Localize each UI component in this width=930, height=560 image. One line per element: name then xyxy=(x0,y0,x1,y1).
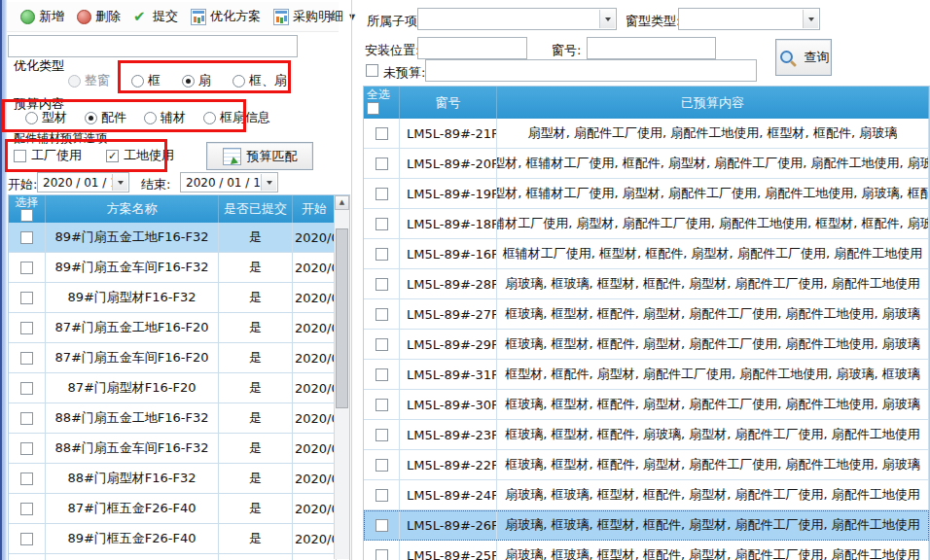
checkbox-factory-use[interactable] xyxy=(14,150,26,162)
radio-budget-profile[interactable]: 型材 xyxy=(25,109,67,126)
window-table-row[interactable]: LM5L-89#-31F29框型材, 框配件, 扇型材, 扇配件工厂使用, 扇配… xyxy=(364,360,929,390)
scrollbar-thumb[interactable] xyxy=(336,228,348,408)
plan-row-checkbox[interactable] xyxy=(20,412,33,425)
radio-optimize-sash[interactable]: 扇 xyxy=(182,72,211,89)
window-row-checkbox[interactable] xyxy=(376,519,388,532)
plan-table-row[interactable]: 87#门扇五金工地F16-F20是2020/0 xyxy=(9,313,349,343)
toolbar-button-optimize-plan[interactable]: 优化方案 xyxy=(191,8,261,25)
plan-table-row[interactable]: 87#门扇五金车间F16-F20是2020/0 xyxy=(9,343,349,373)
toolbar-button-submit[interactable]: 提交 xyxy=(133,8,178,25)
radio-budget-accessory[interactable]: 配件 xyxy=(85,109,126,126)
plan-table-row[interactable]: 87#门扇型材F16-F20是2020/0 xyxy=(9,373,349,403)
plan-start-cell: 2020/0 xyxy=(293,554,337,560)
checkbox-item-site-use[interactable]: ✓工地使用 xyxy=(106,147,174,164)
window-table-row[interactable]: LM5L-89#-27F25框玻璃, 框型材, 框配件, 扇型材, 扇配件工厂使… xyxy=(364,299,929,330)
window-table-header: 全选 窗号 已预算内容 xyxy=(364,87,929,119)
window-row-checkbox[interactable] xyxy=(376,429,388,441)
window-row-checkbox[interactable] xyxy=(376,399,388,411)
plan-filter-input[interactable] xyxy=(8,35,298,57)
scroll-up-icon[interactable]: ▲ xyxy=(335,195,349,210)
window-table-row[interactable]: LM5L-89#-28F26扇玻璃, 框玻璃, 框型材, 框配件, 扇型材, 扇… xyxy=(364,269,929,299)
plan-submitted-cell: 是 xyxy=(219,494,293,523)
plan-table-row[interactable]: 88#门扇五金工地F16-F32是2020/0 xyxy=(9,403,349,434)
plan-row-checkbox[interactable] xyxy=(20,352,33,365)
date-end-picker[interactable]: 2020 / 01 / 13 xyxy=(180,172,278,192)
sub-item-caret-icon[interactable] xyxy=(599,10,615,28)
budget-match-button[interactable]: 预算匹配 xyxy=(206,142,313,170)
plan-row-checkbox[interactable] xyxy=(20,442,33,455)
window-type-select[interactable] xyxy=(678,8,820,30)
window-row-checkbox[interactable] xyxy=(376,278,388,291)
window-select-all-checkbox[interactable] xyxy=(367,102,379,115)
window-row-checkbox[interactable] xyxy=(376,338,388,351)
query-button[interactable]: 查询 xyxy=(775,39,832,76)
window-table-row[interactable]: LM5L-89#-24F22扇玻璃, 框玻璃, 框型材, 框配件, 扇型材, 扇… xyxy=(364,480,929,510)
window-row-select-cell xyxy=(364,149,400,178)
checkbox-item-factory-use[interactable]: 工厂使用 xyxy=(14,147,82,164)
window-table-row[interactable]: LM5L-89#-30F28框玻璃, 框型材, 框配件, 扇型材, 扇配件工厂使… xyxy=(364,390,929,420)
window-table-row[interactable]: LM5L-89#-23F21框玻璃, 框型材, 框配件, 扇玻璃, 扇型材, 扇… xyxy=(364,420,929,450)
window-table-row[interactable]: LM5L-89#-16F15框辅材工厂使用, 框型材, 框配件, 扇型材, 扇配… xyxy=(364,239,929,269)
window-type-caret-icon[interactable] xyxy=(803,10,818,28)
window-table-row[interactable]: LM5L-89#-25F23扇玻璃, 框玻璃, 框型材, 框配件, 扇型材, 扇… xyxy=(364,541,929,560)
plan-table-row[interactable]: 89#门框五金F26-F40是2020/0 xyxy=(9,524,349,554)
window-no-input[interactable] xyxy=(587,37,716,59)
window-table-row[interactable]: LM5L-89#-21F19扇型材, 扇配件工厂使用, 扇配件工地使用, 框型材… xyxy=(364,119,929,149)
window-table-row[interactable]: LM5L-89#-29F27框玻璃, 框型材, 框配件, 扇型材, 扇配件工厂使… xyxy=(364,330,929,360)
toolbar-button-delete[interactable]: 删除 xyxy=(77,8,121,25)
plan-row-checkbox[interactable] xyxy=(20,503,33,515)
window-row-checkbox[interactable] xyxy=(376,127,388,140)
window-table-row[interactable]: LM5L-89#-26F24扇玻璃, 框玻璃, 框型材, 框配件, 扇型材, 扇… xyxy=(364,510,929,541)
plan-row-checkbox[interactable] xyxy=(20,472,33,485)
plan-row-checkbox[interactable] xyxy=(20,382,33,395)
plan-table-scrollbar[interactable]: ▲ xyxy=(334,195,349,559)
date-end-caret-icon[interactable] xyxy=(261,174,276,191)
plan-row-checkbox[interactable] xyxy=(20,262,33,274)
window-row-checkbox[interactable] xyxy=(376,308,388,321)
plan-row-checkbox[interactable] xyxy=(20,292,33,304)
window-row-checkbox[interactable] xyxy=(376,218,388,230)
no-budget-input[interactable] xyxy=(425,59,757,82)
window-row-checkbox[interactable] xyxy=(376,368,388,381)
window-row-checkbox[interactable] xyxy=(376,459,388,472)
plan-start-cell: 2020/0 xyxy=(293,253,337,282)
radio-optimize-frame[interactable]: 框 xyxy=(131,72,161,89)
window-table-row[interactable]: LM5L-89#-20F18框型材, 框辅材工厂使用, 框配件, 扇型材, 扇配… xyxy=(364,149,929,179)
radio-optimize-frame-and-sash[interactable]: 框、扇 xyxy=(232,72,287,89)
toolbar-overflow-button[interactable] xyxy=(325,10,338,26)
install-position-input[interactable] xyxy=(417,37,527,59)
window-table-row[interactable]: LM5L-89#-18F16框辅材工厂使用, 扇型材, 扇配件工厂使用, 扇配件… xyxy=(364,209,929,239)
plan-table-row[interactable]: 89#门扇型材F16-F32是2020/0 xyxy=(9,283,349,313)
plan-table-row[interactable]: 87#门框五金F26-F40是2020/0 xyxy=(9,494,349,524)
chevron-down-icon[interactable]: ▼ xyxy=(349,13,355,21)
date-start-caret-icon[interactable] xyxy=(112,174,127,191)
window-row-checkbox[interactable] xyxy=(376,158,388,170)
optimize-type-radio-group: 整窗框扇框、扇 xyxy=(68,72,340,89)
plan-submitted-cell: 是 xyxy=(219,554,293,560)
radio-budget-frame-sash-info[interactable]: 框扇信息 xyxy=(203,109,270,126)
toolbar-button-add[interactable]: 新增 xyxy=(20,8,64,25)
toolbar-button-purchase-detail[interactable]: 采购明细▼ xyxy=(273,8,355,25)
checkbox-site-use[interactable]: ✓ xyxy=(106,150,119,162)
plan-row-checkbox[interactable] xyxy=(20,322,33,334)
plan-table-row[interactable]: 89#门扇五金工地F16-F32是2020/0 xyxy=(9,223,349,253)
plan-row-checkbox[interactable] xyxy=(20,533,33,545)
plan-table-row[interactable]: 89#门扇五金车间F16-F32是2020/0 xyxy=(9,253,349,283)
radio-circle-icon xyxy=(232,75,245,88)
radio-budget-auxiliary[interactable]: 辅材 xyxy=(144,109,186,126)
plan-table-row[interactable]: 88#门扇型材F16-F32是2020/0 xyxy=(9,464,349,494)
window-row-checkbox[interactable] xyxy=(376,549,388,560)
window-row-checkbox[interactable] xyxy=(376,489,388,502)
plan-table-row[interactable]: 88#门框五金F21-F40是2020/0 xyxy=(9,554,349,560)
plan-table-row[interactable]: 88#门扇五金车间F16-F32是2020/0 xyxy=(9,434,349,464)
window-table-row[interactable]: LM5L-89#-22F20框玻璃, 框型材, 框配件, 扇型材, 扇配件工厂使… xyxy=(364,450,929,480)
plan-row-checkbox[interactable] xyxy=(20,231,33,244)
window-table-row[interactable]: LM5L-89#-19F17框型材, 框辅材工厂使用, 扇型材, 扇配件工厂使用… xyxy=(364,179,929,209)
window-row-checkbox[interactable] xyxy=(376,248,388,261)
no-budget-checkbox[interactable] xyxy=(366,64,378,77)
window-row-checkbox[interactable] xyxy=(376,188,388,200)
plan-select-all-checkbox[interactable] xyxy=(20,209,33,222)
date-start-picker[interactable]: 2020 / 01 / 1 xyxy=(37,172,129,192)
radio-circle-icon xyxy=(144,112,157,124)
sub-item-select[interactable] xyxy=(417,8,617,30)
